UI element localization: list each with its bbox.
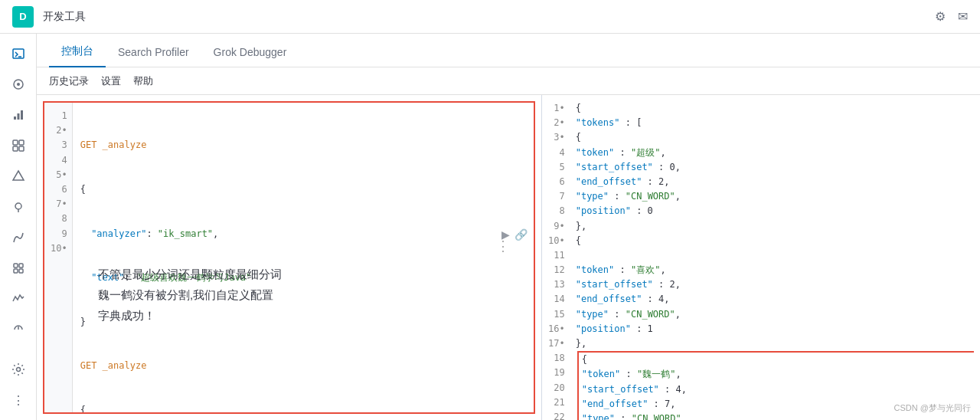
- tab-search-profiler[interactable]: Search Profiler: [106, 38, 201, 67]
- svg-point-3: [17, 83, 20, 86]
- svg-rect-10: [19, 146, 24, 151]
- svg-point-11: [15, 203, 21, 209]
- top-bar: D 开发工具 ⚙ ✉: [0, 0, 980, 34]
- toolbar: 历史记录 设置 帮助: [37, 67, 980, 95]
- annotation-text: 不管是最少分词还是颗粒度最细分词 魏一鹤没有被分割,我们自定义配置 字典成功！: [98, 264, 282, 326]
- svg-rect-15: [14, 269, 18, 273]
- line-numbers-left: 1 2• 3 4 5• 6 7• 8 9 10•: [44, 103, 73, 414]
- sidebar-icon-discover[interactable]: [5, 71, 32, 98]
- tab-console[interactable]: 控制台: [49, 37, 106, 67]
- mail-icon[interactable]: ✉: [958, 9, 968, 24]
- content-area: 控制台 Search Profiler Grok Debugger 历史记录 设…: [37, 34, 980, 420]
- nav-tabs: 控制台 Search Profiler Grok Debugger: [37, 34, 980, 67]
- svg-rect-6: [21, 110, 23, 120]
- toolbar-settings[interactable]: 设置: [101, 74, 121, 88]
- svg-point-18: [16, 368, 20, 372]
- sidebar-icon-console[interactable]: [5, 40, 32, 67]
- top-bar-icons: ⚙ ✉: [935, 9, 968, 24]
- right-panel[interactable]: 1• 2• 3• 4 5 6 7 8 9• 10• 11 12 13 14: [542, 95, 980, 420]
- left-editor[interactable]: 1 2• 3 4 5• 6 7• 8 9 10• GET _anal: [43, 101, 535, 414]
- tab-grok-debugger[interactable]: Grok Debugger: [201, 38, 299, 67]
- app-logo: D: [12, 6, 34, 28]
- panel-separator: ⋮: [496, 238, 511, 254]
- settings-icon[interactable]: ⚙: [935, 9, 946, 24]
- sidebar-icon-infrastructure[interactable]: [5, 254, 32, 282]
- toolbar-history[interactable]: 历史记录: [49, 74, 89, 88]
- sidebar-icon-apm[interactable]: [5, 285, 32, 313]
- sidebar-icon-visualize[interactable]: [5, 101, 32, 129]
- sidebar-icon-canvas[interactable]: [5, 162, 32, 190]
- svg-rect-4: [14, 116, 16, 120]
- right-line-numbers: 1• 2• 3• 4 5 6 7 8 9• 10• 11 12 13 14: [542, 101, 570, 420]
- sidebar-icon-more[interactable]: ⋮: [5, 386, 32, 414]
- left-sidebar: ⋮: [0, 34, 37, 420]
- right-code: 1• 2• 3• 4 5 6 7 8 9• 10• 11 12 13 14: [542, 95, 980, 420]
- svg-rect-16: [19, 269, 23, 273]
- toolbar-help[interactable]: 帮助: [133, 74, 153, 88]
- link-icon[interactable]: 🔗: [514, 228, 528, 241]
- svg-rect-8: [19, 140, 24, 145]
- svg-rect-14: [19, 264, 23, 267]
- editor-split: 1 2• 3 4 5• 6 7• 8 9 10• GET _anal: [37, 95, 980, 420]
- sidebar-icon-dashboard[interactable]: [5, 132, 32, 159]
- left-panel: 1 2• 3 4 5• 6 7• 8 9 10• GET _anal: [37, 95, 542, 420]
- sidebar-icon-ml[interactable]: [5, 224, 32, 251]
- svg-rect-9: [13, 146, 18, 151]
- svg-rect-7: [13, 140, 18, 145]
- app-title: 开发工具: [43, 10, 86, 24]
- sidebar-icon-maps[interactable]: [5, 193, 32, 221]
- right-code-content: { "tokens" : [ { "token" : "超级", "start_…: [570, 101, 980, 420]
- main-layout: ⋮ 控制台 Search Profiler Grok Debugger 历史记录…: [0, 34, 980, 420]
- svg-rect-13: [14, 264, 18, 267]
- svg-rect-5: [17, 113, 19, 120]
- code-content-left: GET _analyze { "analyzer": "ik_smart", "…: [73, 103, 534, 414]
- sidebar-icon-uptime[interactable]: [5, 316, 32, 343]
- sidebar-icon-management[interactable]: [5, 356, 32, 383]
- watermark: CSDN @梦与光同行: [894, 402, 971, 414]
